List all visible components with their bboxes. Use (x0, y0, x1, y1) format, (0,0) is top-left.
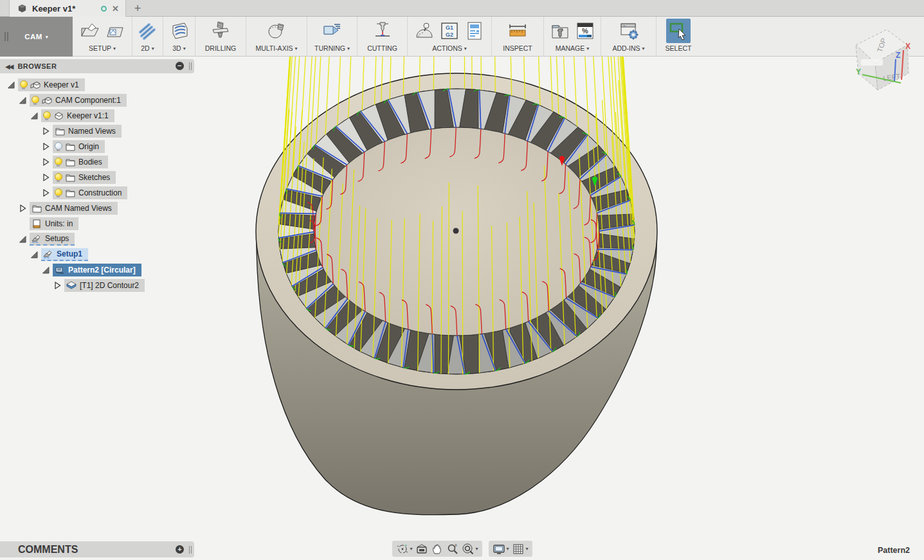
visibility-bulb-icon[interactable] (55, 188, 62, 197)
measure-icon[interactable] (507, 20, 529, 42)
feeds-speeds-icon[interactable]: % (575, 21, 595, 41)
orbit-button[interactable]: + ▾ (395, 543, 412, 555)
browser-item-setups[interactable]: Setups (0, 231, 194, 247)
post-process-icon[interactable]: G1 G2 (439, 21, 460, 41)
browser-item-label: [T1] 2D Contour2 (80, 281, 139, 290)
pan-button[interactable] (430, 543, 443, 555)
expand-open-icon[interactable] (30, 111, 39, 120)
chevron-down-icon[interactable]: ▾ (410, 546, 412, 552)
visibility-bulb-icon[interactable] (20, 80, 27, 89)
browser-panel: ◀◀ BROWSER − Keeper v1CAM Component:1Kee… (0, 59, 194, 293)
active-operation-label: Pattern2 (878, 546, 910, 555)
drilling-icon[interactable] (210, 20, 231, 42)
browser-item-keeper-v1-1[interactable]: Keeper v1:1 (0, 108, 194, 123)
turning-icon[interactable] (322, 20, 343, 42)
visibility-bulb-icon[interactable] (55, 142, 62, 151)
expand-closed-icon[interactable] (41, 188, 50, 197)
expand-open-icon[interactable] (18, 235, 27, 244)
panel-grip[interactable] (189, 62, 192, 70)
view-cube[interactable]: TOP LEFT Y X Z (842, 22, 912, 93)
select-icon[interactable] (666, 19, 691, 43)
browser-item-sketches[interactable]: Sketches (0, 170, 194, 185)
expand-open-icon[interactable] (30, 250, 39, 259)
toolbar-grip[interactable] (5, 32, 8, 41)
browser-header[interactable]: ◀◀ BROWSER − (0, 59, 194, 73)
navigation-bar: + ▾ ± ▾ ▾ ▾ (392, 541, 532, 557)
expand-closed-icon[interactable] (41, 173, 50, 182)
look-at-button[interactable] (415, 543, 428, 555)
chevron-down-icon[interactable]: ▾ (475, 546, 478, 552)
expand-closed-icon[interactable] (53, 281, 62, 290)
toolbar-group-turning: TURNING▾ (307, 17, 358, 57)
browser-item-cam-named-views[interactable]: CAM Named Views (0, 201, 194, 216)
folder-icon (32, 203, 42, 213)
chevron-down-icon: ▾ (113, 46, 116, 51)
browser-item-label: Keeper v1 (44, 80, 79, 89)
browser-item-bodies[interactable]: Bodies (0, 154, 194, 170)
toolbar-group-drilling: DRILLING (195, 17, 246, 57)
origin-point (453, 228, 459, 234)
setup-from-file-icon[interactable] (105, 21, 125, 41)
close-tab-icon[interactable]: ✕ (112, 4, 119, 14)
setup-icon (43, 249, 53, 259)
visibility-bulb-icon[interactable] (32, 96, 39, 105)
z-axis-label: Z (896, 51, 900, 60)
collapse-panel-icon[interactable]: ◀◀ (5, 63, 12, 70)
browser-item-cam-component-1[interactable]: CAM Component:1 (0, 93, 194, 108)
folder-icon (65, 188, 75, 198)
browser-item-keeper-v1[interactable]: Keeper v1 (0, 77, 194, 93)
tool-icon (66, 280, 77, 291)
browser-item-units[interactable]: Units: in (0, 216, 194, 231)
browser-item-construction[interactable]: Construction (0, 185, 194, 201)
panel-grip[interactable] (189, 546, 192, 554)
setup-sheet-icon[interactable] (464, 21, 485, 41)
tab-bar: Keeper v1* ✕ + (0, 0, 924, 17)
multi-axis-icon[interactable] (266, 20, 287, 42)
expand-closed-icon[interactable] (41, 158, 50, 167)
chevron-down-icon[interactable]: ▾ (526, 546, 529, 552)
scripts-addins-icon[interactable]: >- (619, 21, 639, 41)
browser-item-origin[interactable]: Origin (0, 139, 194, 154)
browser-item-setup1[interactable]: Setup1 (0, 247, 194, 262)
new-setup-icon[interactable] (80, 21, 100, 41)
expand-closed-icon[interactable] (41, 142, 50, 151)
expand-closed-icon[interactable] (41, 127, 50, 136)
display-settings-button[interactable]: ▾ (493, 543, 509, 555)
grid-settings-button[interactable]: ▾ (512, 543, 529, 555)
fit-button[interactable]: ▾ (461, 543, 478, 555)
visibility-bulb-icon[interactable] (55, 173, 62, 182)
3d-viewport[interactable]: ◀◀ BROWSER − Keeper v1CAM Component:1Kee… (0, 57, 924, 560)
document-title: Keeper v1* (32, 4, 101, 14)
browser-item-label: CAM Named Views (45, 204, 112, 213)
add-comment-icon[interactable]: + (176, 545, 184, 554)
visibility-bulb-icon[interactable] (43, 111, 50, 120)
expand-open-icon[interactable] (41, 266, 50, 275)
folder-icon (65, 141, 75, 152)
chevron-down-icon: ▾ (464, 46, 467, 51)
tool-library-icon[interactable] (550, 21, 570, 41)
chevron-down-icon: ▾ (46, 34, 48, 40)
new-tab-button[interactable]: + (126, 0, 149, 17)
cutting-icon[interactable] (372, 20, 394, 42)
browser-item-named-views[interactable]: Named Views (0, 123, 194, 139)
comments-panel[interactable]: COMMENTS + (0, 541, 194, 557)
browser-item-pattern2-circular[interactable]: Pattern2 [Circular] (0, 262, 194, 278)
simulate-icon[interactable] (414, 21, 435, 41)
expand-open-icon[interactable] (18, 96, 27, 105)
document-tab[interactable]: Keeper v1* ✕ (9, 0, 126, 17)
toolbar-group-manage: % MANAGE▾ (544, 17, 601, 57)
3d-milling-icon[interactable] (169, 21, 190, 41)
toolbar-group-3d: 3D▾ (163, 17, 195, 57)
y-axis-label: Y (856, 68, 861, 77)
component-icon (30, 80, 41, 90)
expand-open-icon[interactable] (6, 80, 15, 89)
browser-item-label: Origin (78, 142, 99, 151)
workspace-switcher[interactable]: CAM ▾ (0, 17, 73, 57)
browser-item-t1-2d-contour2[interactable]: [T1] 2D Contour2 (0, 278, 194, 293)
chevron-down-icon[interactable]: ▾ (507, 546, 509, 552)
2d-milling-icon[interactable] (138, 21, 158, 41)
visibility-bulb-icon[interactable] (55, 158, 62, 167)
hide-all-icon[interactable]: − (176, 62, 184, 70)
expand-closed-icon[interactable] (18, 204, 27, 213)
zoom-button[interactable]: ± (446, 543, 458, 555)
